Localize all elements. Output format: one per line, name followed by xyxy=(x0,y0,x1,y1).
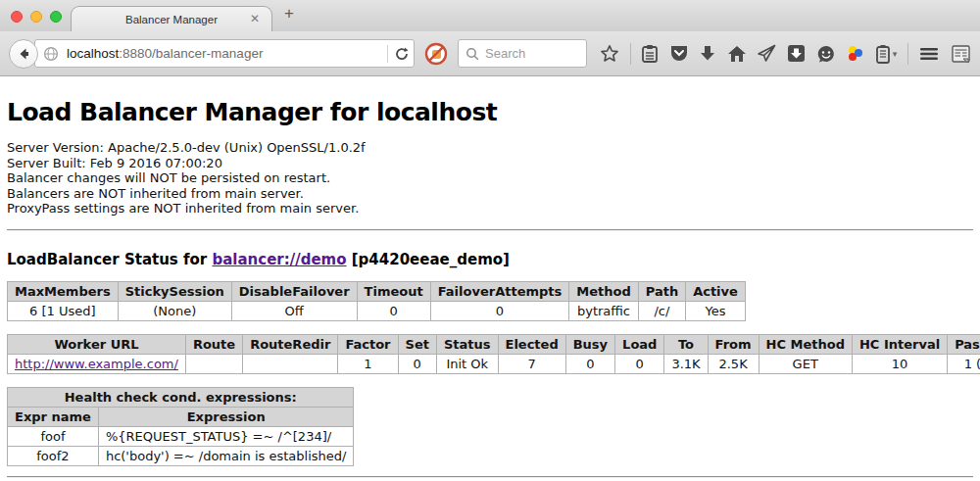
battery-extension-icon[interactable]: ▾ xyxy=(875,44,898,64)
server-built-line: Server Built: Feb 9 2016 07:00:20 xyxy=(7,156,973,171)
search-box[interactable] xyxy=(458,39,587,68)
col-from: From xyxy=(708,334,759,354)
table-row: foof2 hc('body') =~ /domain is establish… xyxy=(8,446,354,465)
toolbar-separator xyxy=(630,43,631,65)
plugin-blocked-icon[interactable] xyxy=(424,42,448,66)
page-title: Load Balancer Manager for localhost xyxy=(7,98,973,126)
table-header-row: Worker URL Route RouteRedir Factor Set S… xyxy=(8,334,980,354)
col-expression: Expression xyxy=(98,407,354,426)
health-check-table: Health check cond. expressions: Expr nam… xyxy=(7,387,354,466)
url-path: :8880/balancer-manager xyxy=(119,46,263,61)
cell-busy: 0 xyxy=(565,354,614,373)
col-factor: Factor xyxy=(338,334,398,354)
table-title-row: Health check cond. expressions: xyxy=(8,387,354,407)
chevron-down-icon[interactable]: ▾ xyxy=(893,49,898,59)
cell-from: 2.5K xyxy=(708,354,759,373)
browser-tab[interactable]: Balancer Manager ✕ xyxy=(71,6,272,31)
col-busy: Busy xyxy=(565,334,614,354)
reload-button[interactable] xyxy=(394,46,410,62)
bottom-divider xyxy=(7,476,973,478)
col-route: Route xyxy=(185,334,242,354)
col-failoverattempts: FailoverAttempts xyxy=(430,281,569,301)
worker-row: http://www.example.com/ 1 0 Init Ok 7 0 … xyxy=(8,354,980,373)
col-method: Method xyxy=(569,281,638,301)
balancers-notice-line: Balancers are NOT inherited from main se… xyxy=(7,186,973,202)
worker-url-link[interactable]: http://www.example.com/ xyxy=(15,357,178,371)
cell-expression: hc('body') =~ /domain is established/ xyxy=(98,446,354,465)
cell-expression: %{REQUEST_STATUS} =~ /^[234]/ xyxy=(98,426,354,446)
cell-maxmembers: 6 [1 Used] xyxy=(8,301,119,320)
tab-title: Balancer Manager xyxy=(125,14,218,25)
col-passes: Passes xyxy=(948,334,980,354)
url-domain: localhost xyxy=(67,46,119,61)
balancer-summary-table: MaxMembers StickySession DisableFailover… xyxy=(7,281,746,321)
server-version-line: Server Version: Apache/2.5.0-dev (Unix) … xyxy=(7,140,973,156)
urlbar-separator xyxy=(387,45,388,63)
cell-hc-method: GET xyxy=(759,354,852,373)
hello-smiley-icon[interactable] xyxy=(816,44,836,64)
col-elected: Elected xyxy=(498,334,565,354)
table-header-row: Expr name Expression xyxy=(8,407,354,426)
bookmark-star-icon[interactable] xyxy=(600,44,619,64)
search-input[interactable] xyxy=(485,46,573,61)
col-disablefailover: DisableFailover xyxy=(231,281,357,301)
url-text[interactable]: localhost:8880/balancer-manager xyxy=(67,46,381,61)
cell-set: 0 xyxy=(398,354,436,373)
col-path: Path xyxy=(638,281,685,301)
send-plane-icon[interactable] xyxy=(757,44,776,63)
cell-elected: 7 xyxy=(498,354,565,373)
divider xyxy=(7,229,973,231)
col-load: Load xyxy=(615,334,664,354)
col-hc-method: HC Method xyxy=(759,334,852,354)
downloads-icon[interactable] xyxy=(699,44,716,63)
persist-notice-line: Balancer changes will NOT be persisted o… xyxy=(7,170,973,186)
back-button[interactable] xyxy=(9,39,38,69)
balancer-demo-link[interactable]: balancer://demo xyxy=(212,251,346,268)
tab-close-icon[interactable]: ✕ xyxy=(250,12,260,25)
page-content: Load Balancer Manager for localhost Serv… xyxy=(0,76,980,481)
cell-expr-name: foof xyxy=(8,426,99,446)
pocket-icon[interactable] xyxy=(669,44,689,63)
col-set: Set xyxy=(398,334,436,354)
worker-table: Worker URL Route RouteRedir Factor Set S… xyxy=(7,334,980,374)
cell-active: Yes xyxy=(686,301,746,320)
cell-failoverattempts: 0 xyxy=(430,301,569,320)
cell-status: Init Ok xyxy=(436,354,498,373)
col-status: Status xyxy=(436,334,498,354)
browser-window: Balancer Manager ✕ + localhost:8880/bala… xyxy=(0,0,980,481)
cell-factor: 1 xyxy=(338,354,398,373)
colored-dots-extension-icon[interactable] xyxy=(846,44,864,63)
status-heading-prefix: LoadBalancer Status for xyxy=(7,251,212,268)
close-window-button[interactable] xyxy=(11,11,23,23)
loadbalancer-status-heading: LoadBalancer Status for balancer://demo … xyxy=(7,251,973,268)
col-expr-name: Expr name xyxy=(8,407,99,426)
traffic-lights xyxy=(11,11,62,23)
table-header-row: MaxMembers StickySession DisableFailover… xyxy=(8,281,746,301)
col-routeredir: RouteRedir xyxy=(243,334,338,354)
search-icon xyxy=(466,47,479,61)
cell-expr-name: foof2 xyxy=(8,446,99,465)
col-to: To xyxy=(664,334,708,354)
col-worker-url: Worker URL xyxy=(8,334,186,354)
zoom-window-button[interactable] xyxy=(50,11,62,23)
health-table-title: Health check cond. expressions: xyxy=(8,387,354,407)
new-tab-button[interactable]: + xyxy=(284,4,294,24)
url-bar[interactable]: localhost:8880/balancer-manager xyxy=(34,39,415,68)
cell-path: /c/ xyxy=(638,301,685,320)
video-download-icon[interactable] xyxy=(787,44,806,63)
cell-timeout: 0 xyxy=(357,301,430,320)
menu-hamburger-icon[interactable] xyxy=(918,45,940,63)
clipboard-icon[interactable] xyxy=(641,44,659,64)
cell-hc-interval: 10 xyxy=(852,354,947,373)
minimize-window-button[interactable] xyxy=(30,11,42,23)
status-heading-suffix: [p4420eeae_demo] xyxy=(347,251,510,268)
col-stickysession: StickySession xyxy=(118,281,231,301)
cell-routeredir xyxy=(243,354,338,373)
cell-to: 3.1K xyxy=(664,354,708,373)
cell-stickysession: (None) xyxy=(118,301,231,320)
page-grid-icon[interactable] xyxy=(951,44,971,64)
globe-icon xyxy=(43,46,59,62)
home-icon[interactable] xyxy=(727,44,747,63)
table-row: 6 [1 Used] (None) Off 0 0 bytraffic /c/ … xyxy=(8,301,746,320)
navigation-toolbar: localhost:8880/balancer-manager xyxy=(0,31,980,76)
